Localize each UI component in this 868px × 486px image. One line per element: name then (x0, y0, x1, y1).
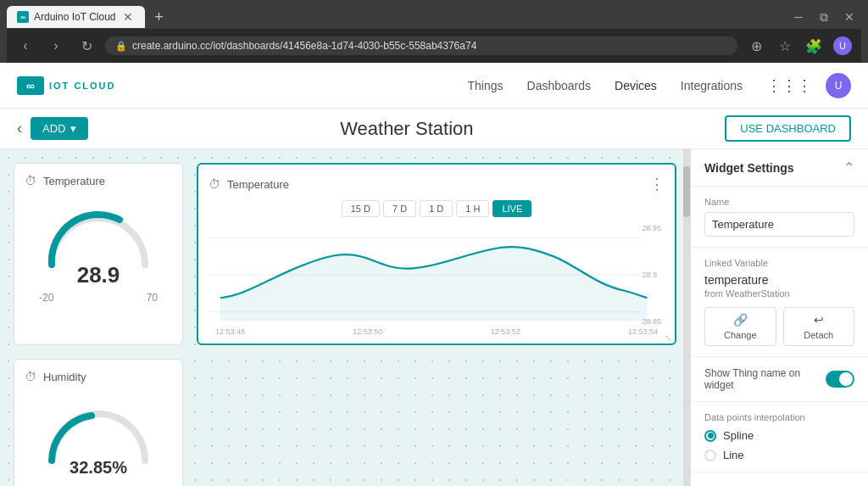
change-variable-button[interactable]: 🔗 Change (704, 307, 776, 346)
add-label: ADD (42, 122, 65, 135)
apps-grid-icon[interactable]: ⋮⋮⋮ (766, 76, 812, 95)
logo-text: IOT CLOUD (49, 81, 116, 91)
chart-area: 28.95 28.9 28.85 (209, 224, 665, 326)
minimize-button[interactable]: ─ (787, 5, 810, 29)
address-bar[interactable]: 🔒 create.arduino.cc/iot/dashboards/41456… (105, 36, 737, 55)
time-1d-button[interactable]: 1 D (420, 200, 453, 217)
forward-button[interactable]: › (44, 34, 68, 58)
panel-action-buttons: 🔗 Change ↩ Detach (704, 307, 854, 346)
gauge-min: -20 (39, 292, 53, 304)
name-input[interactable] (704, 212, 854, 237)
detach-variable-button[interactable]: ↩ Detach (783, 307, 855, 346)
nav-things[interactable]: Things (468, 79, 504, 92)
line-radio-circle[interactable] (704, 450, 716, 461)
temperature-chart-widget[interactable]: ⏱ Temperature ⋮ 15 D 7 D 1 D 1 H LIVE (197, 163, 676, 345)
line-label: Line (723, 449, 744, 461)
temperature-chart-title: Temperature (227, 178, 289, 191)
tab-favicon: ∞ (17, 11, 29, 23)
scrollbar-thumb[interactable] (683, 166, 690, 217)
nav-dashboards[interactable]: Dashboards (527, 79, 592, 92)
refresh-button[interactable]: ↻ (75, 34, 98, 58)
back-button[interactable]: ‹ (14, 34, 37, 58)
time-7d-button[interactable]: 7 D (383, 200, 416, 217)
nav-integrations[interactable]: Integrations (681, 79, 743, 92)
gauge-max: 70 (147, 292, 158, 304)
lock-icon: 🔒 (115, 41, 127, 52)
interpolation-label: Data points interpolation (704, 412, 854, 422)
resize-handle[interactable]: ⤡ (665, 333, 673, 342)
widget-header: ⏱ Temperature (25, 174, 172, 187)
logo-infinity-symbol: ∞ (26, 79, 35, 92)
chart-x-labels: 12:53:48 12:53:50 12:53:52 12:53:54 (209, 326, 665, 336)
dashboard-toolbar: ‹ ADD ▾ Weather Station USE DASHBOARD (0, 109, 868, 149)
time-1h-button[interactable]: 1 H (456, 200, 489, 217)
humidity-gauge-svg (39, 397, 158, 465)
time-live-button[interactable]: LIVE (492, 200, 531, 217)
change-label: Change (724, 330, 757, 340)
arduino-logo: ∞ IOT CLOUD (17, 76, 116, 95)
tab-bar: ∞ Arduino IoT Cloud ✕ + ─ ⧉ ✕ (7, 5, 861, 29)
humidity-header: ⏱ Humidity (25, 370, 172, 383)
empty-widget-area (197, 359, 676, 486)
spline-radio-item[interactable]: Spline (704, 429, 854, 442)
panel-title: Widget Settings (704, 161, 794, 175)
header-right: ⋮⋮⋮ U (766, 73, 851, 98)
close-button[interactable]: ✕ (837, 5, 861, 29)
spline-label: Spline (723, 429, 754, 442)
gauge-svg (39, 201, 158, 269)
show-thing-label: Show Thing name on widget (704, 367, 826, 391)
detach-icon: ↩ (814, 313, 824, 327)
right-panel: Widget Settings ⌃ Name Linked Variable t… (690, 149, 868, 486)
humidity-gauge-container: 32.85% (25, 390, 172, 478)
chart-time-controls: 15 D 7 D 1 D 1 H LIVE (209, 200, 665, 217)
interpolation-radio-group: Spline Line (704, 429, 854, 461)
name-section: Name (691, 187, 868, 248)
extensions-icon[interactable]: 🧩 (802, 34, 826, 58)
chevron-down-icon: ▾ (70, 122, 76, 135)
time-15d-button[interactable]: 15 D (342, 200, 380, 217)
browser-tab[interactable]: ∞ Arduino IoT Cloud ✕ (7, 6, 145, 28)
search-icon[interactable]: ⊕ (744, 34, 768, 58)
browser-chrome: ∞ Arduino IoT Cloud ✕ + ─ ⧉ ✕ ‹ › ↻ 🔒 cr… (0, 0, 868, 63)
line-radio-item[interactable]: Line (704, 449, 854, 461)
linked-var-label: Linked Variable (704, 258, 854, 268)
restore-button[interactable]: ⧉ (812, 5, 836, 29)
x-label-2: 12:53:52 (491, 327, 520, 336)
tab-close-button[interactable]: ✕ (121, 10, 135, 24)
logo-icon: ∞ (17, 76, 44, 95)
x-label-3: 12:53:54 (628, 327, 658, 336)
show-thing-row: Show Thing name on widget (704, 367, 854, 391)
chart-svg (209, 224, 665, 326)
profile-icon[interactable]: U (831, 34, 854, 58)
use-dashboard-button[interactable]: USE DASHBOARD (725, 115, 851, 142)
humidity-gauge-widget[interactable]: ⏱ Humidity 32.85% (14, 359, 183, 486)
spline-radio-circle[interactable] (704, 430, 716, 442)
panel-close-button[interactable]: ⌃ (843, 159, 854, 176)
url-text: create.arduino.cc/iot/dashboards/41456e8… (132, 40, 476, 52)
add-widget-button[interactable]: ADD ▾ (31, 117, 88, 140)
y-label-bot: 28.85 (642, 317, 661, 326)
link-icon: 🔗 (733, 313, 748, 327)
linked-var-section: Linked Variable temperature from Weather… (691, 248, 868, 357)
y-label-mid: 28.9 (642, 271, 661, 279)
detach-label: Detach (804, 330, 833, 340)
chart-y-labels: 28.95 28.9 28.85 (642, 224, 661, 326)
dashboard-title: Weather Station (88, 118, 725, 140)
dashboard-area: ⏱ Temperature 28.9 -20 70 (0, 149, 690, 486)
interpolation-section: Data points interpolation Spline Line (691, 402, 868, 472)
widget-menu-icon[interactable]: ⋮ (649, 175, 665, 193)
app-header: ∞ IOT CLOUD Things Dashboards Devices In… (0, 63, 868, 109)
nav-devices[interactable]: Devices (615, 79, 657, 92)
show-thing-toggle[interactable] (826, 371, 854, 388)
x-label-0: 12:53:48 (215, 327, 245, 336)
star-icon[interactable]: ☆ (773, 34, 797, 58)
linked-var-source: from WeatherStation (704, 288, 854, 299)
new-tab-button[interactable]: + (148, 6, 170, 28)
chart-widget-header: ⏱ Temperature ⋮ (209, 175, 665, 193)
back-navigation-button[interactable]: ‹ (17, 120, 22, 137)
tab-title: Arduino IoT Cloud (34, 11, 116, 23)
user-avatar[interactable]: U (826, 73, 851, 98)
scrollbar-track[interactable] (683, 149, 690, 486)
temperature-gauge-widget[interactable]: ⏱ Temperature 28.9 -20 70 (14, 163, 183, 345)
temperature-gauge-title: Temperature (43, 175, 105, 187)
